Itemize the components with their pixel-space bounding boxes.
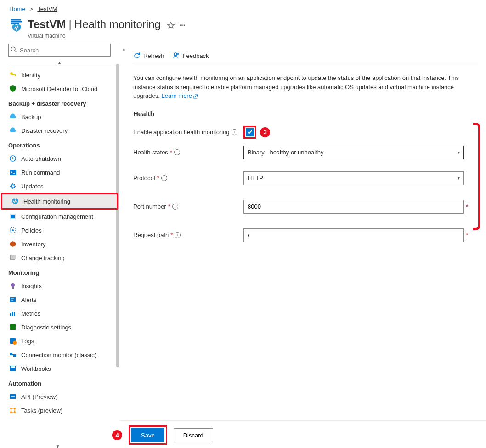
sidebar-item-label: Insights [21,283,42,289]
select-value: HTTP [248,175,263,181]
key-icon [9,71,17,79]
svg-point-32 [174,53,177,56]
callout-badge-4: 4 [112,430,122,440]
scroll-up-icon[interactable]: ▲ [0,60,119,66]
heart-monitor-icon [11,198,19,205]
sidebar-item-policies[interactable]: Policies [0,223,119,237]
sidebar-item-label: Updates [21,183,43,190]
sidebar-item-label: Microsoft Defender for Cloud [21,85,97,92]
scroll-down-icon[interactable]: ▼ [0,444,115,448]
workbook-icon [9,365,17,372]
request-path-input[interactable] [243,228,464,242]
sidebar-item-config-management[interactable]: Configuration management [0,210,119,223]
sidebar-item-label: Identity [21,72,40,79]
sidebar-scrollbar[interactable] [115,64,119,376]
breadcrumb: Home > TestVM [0,0,486,15]
connection-icon [9,351,17,358]
vm-heart-icon [9,17,24,32]
sidebar-item-auto-shutdown[interactable]: Auto-shutdown [0,152,119,165]
sidebar-item-api[interactable]: API (Preview) [0,390,119,403]
metrics-icon [9,310,17,317]
sidebar-item-label: Diagnostic settings [21,324,71,331]
save-button[interactable]: Save [131,428,164,442]
svg-rect-22 [10,353,12,355]
sidebar-item-metrics[interactable]: Metrics [0,306,119,320]
refresh-label: Refresh [143,52,164,59]
sidebar-item-logs[interactable]: Logs [0,334,119,348]
info-icon[interactable]: i [161,175,167,181]
breadcrumb-home[interactable]: Home [9,6,25,12]
main-content: Refresh Feedback You can configure healt… [119,44,486,448]
svg-rect-9 [11,215,15,218]
sidebar-item-connection-monitor[interactable]: Connection monitor (classic) [0,348,119,362]
info-icon[interactable]: i [172,204,178,210]
section-health-title: Health [133,110,478,118]
sidebar-item-label: Change tracking [21,255,65,261]
health-states-label: Health states * i [133,149,243,156]
refresh-button[interactable]: Refresh [133,52,164,59]
diagnostic-icon [9,323,17,331]
sidebar-item-label: Configuration management [21,213,93,220]
group-backup-title: Backup + disaster recovery [0,96,119,110]
policy-icon [9,227,17,234]
protocol-label: Protocol * i [133,175,243,181]
protocol-select[interactable]: HTTP ▾ [243,171,464,185]
info-icon[interactable]: i [175,232,181,238]
sidebar-item-backup[interactable]: Backup [0,110,119,124]
sidebar-item-label: API (Preview) [21,393,57,400]
svg-rect-19 [10,324,16,330]
svg-rect-18 [14,312,15,316]
sidebar-item-defender[interactable]: Microsoft Defender for Cloud [0,82,119,96]
info-icon[interactable]: i [174,149,180,155]
cloud-icon [9,113,17,120]
change-icon [9,254,17,261]
description-text: You can configure health monitoring on a… [133,65,473,103]
sidebar-item-insights[interactable]: Insights [0,279,119,293]
sidebar-item-tasks[interactable]: Tasks (preview) [0,403,119,417]
enable-health-checkbox[interactable] [246,128,254,136]
svg-point-11 [12,229,14,231]
svg-rect-26 [11,366,15,368]
feedback-button[interactable]: Feedback [173,52,209,59]
svg-rect-23 [13,354,16,357]
sidebar-item-alerts[interactable]: Alerts [0,293,119,306]
sidebar-item-disaster-recovery[interactable]: Disaster recovery [0,124,119,137]
sidebar-item-updates[interactable]: Updates [0,179,119,193]
tasks-icon [9,407,17,414]
sidebar-item-run-command[interactable]: Run command [0,165,119,179]
box-icon [9,240,17,248]
alert-icon [9,296,17,303]
page-title: TestVM | Health monitoring ··· [28,17,185,32]
sidebar-item-label: Connection monitor (classic) [21,352,96,358]
sidebar-item-diagnostic[interactable]: Diagnostic settings [0,320,119,334]
health-states-select[interactable]: Binary - healthy or unhealthy ▾ [243,146,464,159]
learn-more-link[interactable]: Learn more [161,92,198,99]
required-indicator: * [466,232,468,239]
info-icon[interactable]: i [232,129,237,135]
sidebar-item-inventory[interactable]: Inventory [0,237,119,251]
port-label: Port number * i [133,203,243,210]
sidebar-item-label: Workbooks [21,365,51,372]
sidebar-item-label: Health monitoring [23,198,70,205]
config-icon [9,213,17,220]
sidebar-item-label: Run command [21,169,60,176]
discard-button[interactable]: Discard [174,428,213,442]
refresh-icon [133,52,141,59]
sidebar-item-label: Disaster recovery [21,127,68,134]
sidebar-item-change-tracking[interactable]: Change tracking [0,251,119,265]
svg-point-7 [11,185,14,187]
cloud-sync-icon [9,127,17,134]
port-input[interactable] [243,200,464,214]
breadcrumb-current[interactable]: TestVM [37,6,57,12]
svg-line-24 [12,354,13,355]
sidebar-item-health-monitoring[interactable]: Health monitoring [2,194,117,208]
more-icon[interactable]: ··· [179,21,185,29]
pin-icon[interactable] [167,19,175,32]
sidebar-item-identity[interactable]: Identity [0,68,119,82]
sidebar: « ▲ Identity Microsoft Defender for Clou… [0,44,119,448]
sidebar-search-input[interactable] [8,44,111,57]
sidebar-item-label: Tasks (preview) [21,407,62,414]
svg-rect-16 [10,313,11,316]
sidebar-item-workbooks[interactable]: Workbooks [0,362,119,375]
feedback-label: Feedback [183,52,209,59]
